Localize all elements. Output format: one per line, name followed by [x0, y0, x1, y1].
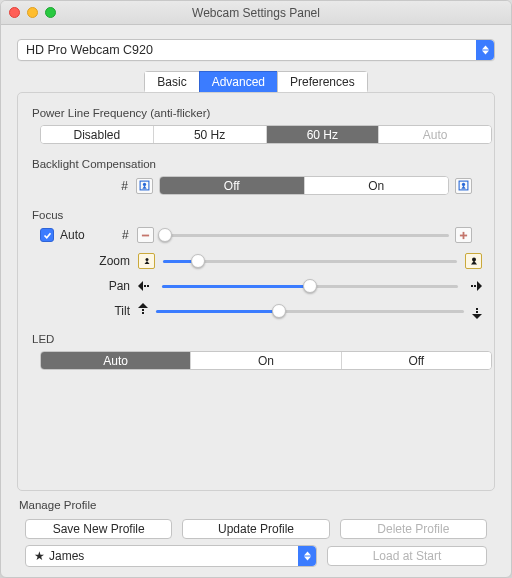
profile-select-value: James: [49, 549, 84, 563]
backlight-high-icon: [455, 178, 472, 194]
device-select[interactable]: HD Pro Webcam C920: [17, 39, 495, 61]
focus-plus-icon[interactable]: [455, 227, 472, 243]
tab-advanced[interactable]: Advanced: [199, 71, 277, 93]
window-title: Webcam Settings Panel: [1, 6, 511, 20]
backlight-segmented: Off On: [159, 176, 449, 195]
close-window-button[interactable]: [9, 7, 20, 18]
tilt-up-icon: [138, 303, 148, 319]
backlight-hash: #: [40, 179, 128, 193]
svg-rect-10: [147, 285, 149, 287]
pan-slider[interactable]: [162, 285, 458, 288]
svg-rect-13: [142, 309, 144, 311]
load-at-start-button: Load at Start: [327, 546, 487, 566]
focus-minus-icon[interactable]: [137, 227, 154, 243]
app-window: Webcam Settings Panel HD Pro Webcam C920…: [0, 0, 512, 578]
svg-rect-12: [474, 285, 476, 287]
svg-rect-6: [463, 231, 465, 238]
backlight-low-icon: [136, 178, 153, 194]
tab-preferences[interactable]: Preferences: [277, 71, 368, 93]
svg-rect-11: [471, 285, 473, 287]
update-profile-button[interactable]: Update Profile: [182, 519, 329, 539]
zoom-window-button[interactable]: [45, 7, 56, 18]
svg-point-7: [145, 258, 148, 261]
focus-hash: #: [91, 228, 129, 242]
led-auto[interactable]: Auto: [41, 352, 191, 369]
device-select-value: HD Pro Webcam C920: [26, 43, 153, 57]
led-label: LED: [32, 333, 482, 345]
svg-rect-16: [476, 311, 478, 313]
powerline-segmented: Disabled 50 Hz 60 Hz Auto: [40, 125, 492, 144]
zoom-label: Zoom: [30, 254, 130, 268]
tab-bar: Basic Advanced Preferences: [17, 71, 495, 93]
powerline-label: Power Line Frequency (anti-flicker): [32, 107, 482, 119]
pan-label: Pan: [30, 279, 130, 293]
focus-label: Focus: [32, 209, 482, 221]
profile-select[interactable]: ★ James: [25, 545, 317, 567]
focus-auto-checkbox[interactable]: [40, 228, 54, 242]
titlebar: Webcam Settings Panel: [1, 1, 511, 25]
tilt-down-icon: [472, 303, 482, 319]
tilt-label: Tilt: [30, 304, 130, 318]
powerline-disabled[interactable]: Disabled: [41, 126, 154, 143]
focus-slider[interactable]: [160, 234, 449, 237]
zoom-out-icon: [138, 253, 155, 269]
advanced-pane: Power Line Frequency (anti-flicker) Disa…: [17, 92, 495, 491]
pan-right-icon: [466, 281, 482, 291]
svg-rect-4: [142, 234, 149, 236]
powerline-50hz[interactable]: 50 Hz: [154, 126, 267, 143]
svg-rect-14: [142, 312, 144, 314]
led-on[interactable]: On: [191, 352, 341, 369]
dropdown-stepper-icon: [298, 546, 316, 566]
pan-left-icon: [138, 281, 154, 291]
svg-rect-15: [476, 308, 478, 310]
minimize-window-button[interactable]: [27, 7, 38, 18]
dropdown-stepper-icon: [476, 40, 494, 60]
tilt-slider[interactable]: [156, 310, 464, 313]
backlight-off[interactable]: Off: [160, 177, 305, 194]
powerline-auto: Auto: [379, 126, 491, 143]
focus-auto-label: Auto: [60, 228, 85, 242]
backlight-on[interactable]: On: [305, 177, 449, 194]
powerline-60hz[interactable]: 60 Hz: [267, 126, 380, 143]
svg-rect-9: [144, 285, 146, 287]
zoom-in-icon: [465, 253, 482, 269]
profile-star-icon: ★: [34, 549, 45, 563]
delete-profile-button: Delete Profile: [340, 519, 487, 539]
save-profile-button[interactable]: Save New Profile: [25, 519, 172, 539]
zoom-slider[interactable]: [163, 260, 457, 263]
profile-label: Manage Profile: [19, 499, 495, 511]
tab-basic[interactable]: Basic: [144, 71, 198, 93]
backlight-label: Backlight Compensation: [32, 158, 482, 170]
led-segmented: Auto On Off: [40, 351, 492, 370]
led-off[interactable]: Off: [342, 352, 491, 369]
